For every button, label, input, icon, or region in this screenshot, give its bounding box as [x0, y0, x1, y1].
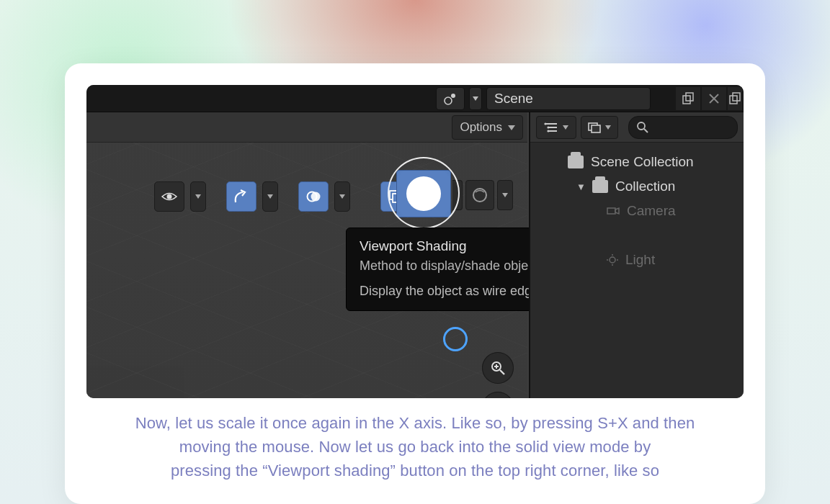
search-icon	[636, 121, 649, 134]
linked-scene-button[interactable]	[728, 87, 742, 110]
outliner-item-label: Scene Collection	[591, 154, 694, 170]
3d-cursor-icon	[443, 327, 468, 351]
blender-screenshot: Scene Options	[86, 85, 744, 398]
outliner-item-label: Light	[625, 252, 655, 268]
caption-line: pressing the “Viewport shading” button o…	[115, 459, 715, 482]
shading-solid-button[interactable]	[396, 170, 451, 217]
svg-rect-3	[686, 93, 693, 101]
svg-rect-27	[607, 208, 615, 214]
svg-rect-4	[730, 96, 737, 104]
svg-point-1	[451, 94, 455, 98]
svg-rect-24	[592, 125, 600, 132]
outliner-mode-dropdown[interactable]	[536, 116, 576, 139]
options-label: Options	[460, 120, 502, 135]
overlay-dropdown[interactable]	[334, 181, 350, 212]
svg-line-14	[500, 370, 504, 374]
shading-dropdown[interactable]	[497, 180, 513, 210]
outliner-collection[interactable]: ▼ Collection	[537, 174, 739, 199]
delete-scene-button[interactable]	[702, 87, 726, 110]
svg-point-0	[445, 97, 452, 104]
svg-point-22	[547, 130, 549, 132]
workspace: Options	[86, 112, 744, 398]
outliner-scene-collection[interactable]: Scene Collection	[537, 150, 739, 174]
outliner-camera[interactable]: Camera	[537, 199, 739, 223]
collection-icon	[592, 180, 608, 193]
visibility-button[interactable]	[154, 181, 184, 212]
collection-icon	[568, 156, 584, 168]
caption-line: Now, let us scale it once again in the X…	[115, 411, 715, 435]
overlay-button[interactable]	[298, 181, 329, 212]
light-icon	[607, 254, 618, 266]
outliner-item-label: Collection	[615, 179, 675, 194]
scene-selector-group: Scene	[436, 85, 651, 112]
3d-viewport[interactable]: Options	[86, 112, 527, 398]
outliner-light[interactable]: Light	[537, 248, 739, 272]
caption-line: moving the mouse. Now let us go back int…	[115, 435, 715, 459]
outliner-item-label: Camera	[627, 203, 676, 219]
svg-line-26	[644, 129, 648, 132]
svg-rect-2	[683, 96, 690, 104]
options-dropdown[interactable]: Options	[452, 115, 523, 140]
outliner-panel: Scene Collection ▼ Collection Camera	[529, 112, 744, 398]
new-scene-button[interactable]	[676, 87, 700, 110]
svg-rect-5	[733, 93, 740, 101]
svg-point-8	[311, 192, 321, 202]
svg-point-20	[547, 126, 549, 128]
outliner-search[interactable]	[628, 116, 738, 139]
shading-solid-right-edge	[452, 180, 463, 210]
topbar-right-controls	[676, 85, 744, 112]
scene-dropdown-button[interactable]	[469, 87, 482, 110]
solid-sphere-icon	[406, 176, 441, 211]
window-topbar: Scene	[86, 85, 744, 112]
camera-icon	[607, 206, 620, 216]
disclosure-triangle-icon[interactable]: ▼	[576, 181, 585, 192]
visibility-dropdown[interactable]	[190, 181, 206, 212]
zoom-button[interactable]	[482, 352, 514, 384]
shading-right-group	[452, 180, 513, 210]
gizmo-dropdown[interactable]	[262, 181, 278, 212]
outliner-view-dropdown[interactable]	[581, 116, 618, 139]
svg-point-18	[544, 122, 546, 125]
shading-material-button[interactable]	[465, 180, 494, 210]
outliner-header	[530, 112, 744, 143]
scene-icon[interactable]	[436, 87, 465, 110]
svg-point-28	[610, 257, 615, 263]
viewport-header: Options	[86, 112, 527, 143]
svg-point-25	[638, 122, 645, 130]
tutorial-card: Scene Options	[65, 63, 765, 504]
gizmo-button[interactable]	[226, 181, 256, 212]
tutorial-caption: Now, let us scale it once again in the X…	[86, 411, 744, 482]
outliner-tree: Scene Collection ▼ Collection Camera	[530, 143, 744, 272]
scene-name-field[interactable]: Scene	[486, 87, 651, 110]
svg-point-6	[167, 194, 172, 199]
